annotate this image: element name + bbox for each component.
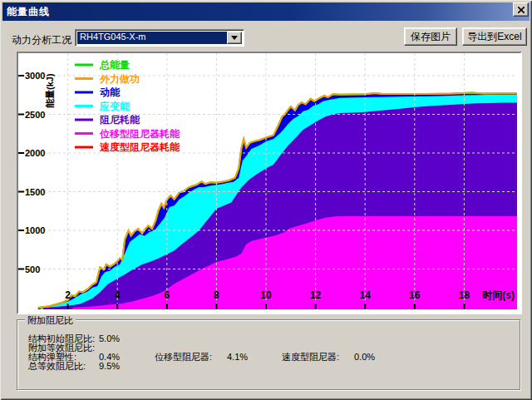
y-tick-label: 500 (25, 264, 40, 274)
x-tick-label: 18 (459, 289, 470, 301)
legend-label: 速度型阻尼器耗能 (99, 141, 180, 153)
legend-label: 阻尼耗能 (100, 114, 140, 126)
window-title: 能量曲线 (2, 5, 50, 19)
velocity-damper-value: 0.0% (354, 353, 375, 362)
x-tick-label: 4 (115, 289, 121, 301)
total-equiv-damping-value: 9.5% (99, 362, 120, 371)
initial-damping-value: 5.0% (99, 334, 120, 343)
legend-label: 外力做功 (99, 73, 140, 85)
y-tick-label: 2500 (25, 110, 45, 120)
chevron-down-icon (231, 36, 238, 40)
y-axis-title: 能量(kJ) (45, 73, 55, 108)
analysis-case-combobox[interactable]: RH4TG045-X-m (75, 29, 244, 47)
x-tick-label: 10 (260, 289, 272, 301)
x-tick-label: 6 (164, 289, 170, 301)
close-icon (518, 7, 525, 13)
x-tick-label: 12 (310, 289, 322, 301)
analysis-case-label: 动力分析工况 (12, 33, 71, 47)
analysis-case-selected-value: RH4TG045-X-m (77, 32, 229, 44)
legend-label: 位移型阻尼器耗能 (99, 128, 180, 140)
x-tick-label: 8 (214, 289, 219, 301)
x-tick-label: 16 (409, 289, 421, 301)
save-image-button[interactable]: 保存图片 (404, 27, 457, 46)
disp-damper-label: 位移型阻尼器: (155, 353, 212, 362)
y-tick-label: 1500 (25, 187, 45, 197)
titlebar: 能量曲线 (2, 2, 530, 21)
energy-chart: 2468101214161850010001500200025003000时间(… (18, 53, 517, 309)
y-tick-label: 2000 (25, 148, 45, 158)
velocity-damper-label: 速度型阻尼器: (282, 353, 339, 362)
x-axis-title: 时间(s) (482, 289, 515, 301)
y-tick-label: 3000 (25, 71, 45, 81)
additional-damping-groupbox: 附加阻尼比 结构初始阻尼比: 5.0% 附加等效阻尼比: 结构弹塑性: 0.4%… (17, 319, 520, 390)
groupbox-title: 附加阻尼比 (25, 314, 76, 327)
x-tick-label: 14 (360, 289, 372, 301)
legend-label: 应变能 (99, 101, 131, 112)
export-excel-button[interactable]: 导出到Excel (462, 27, 527, 46)
close-button[interactable] (513, 2, 529, 17)
legend-label: 动能 (100, 86, 121, 98)
combobox-dropdown-button[interactable] (227, 32, 242, 44)
disp-damper-value: 4.1% (227, 353, 248, 362)
total-equiv-damping-label: 总等效阻尼比: (28, 362, 86, 371)
y-tick-label: 1000 (25, 225, 45, 235)
energy-chart-frame: 2468101214161850010001500200025003000时间(… (17, 52, 522, 314)
x-tick-label: 2 (65, 289, 71, 301)
legend-label: 总能量 (99, 59, 130, 71)
energy-curve-window: 能量曲线 动力分析工况 RH4TG045-X-m 保存图片 导出到Excel 2… (0, 0, 532, 400)
